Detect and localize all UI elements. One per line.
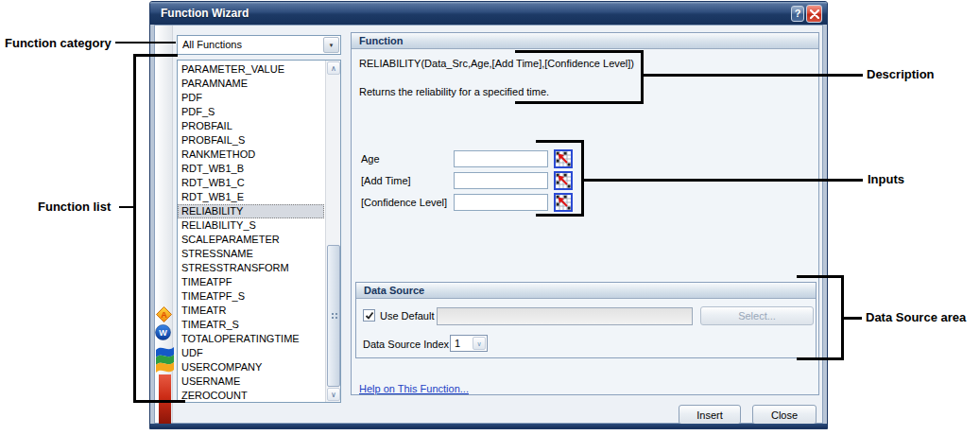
list-item[interactable]: PARAMNAME bbox=[178, 77, 324, 91]
use-default-label: Use Default bbox=[380, 310, 434, 322]
data-source-index-dropdown[interactable]: 1 ∨ bbox=[450, 335, 488, 352]
inputs-callout-line bbox=[584, 179, 863, 182]
age-label: Age bbox=[361, 153, 380, 165]
data-source-bracket-bottom bbox=[797, 357, 844, 360]
function-list-bracket-vertical bbox=[133, 54, 136, 403]
dialog-title: Function Wizard bbox=[161, 7, 249, 20]
list-item[interactable]: PARAMETER_VALUE bbox=[178, 62, 324, 77]
list-item[interactable]: PROBFAIL_S bbox=[178, 133, 324, 148]
function-list-bracket-top bbox=[136, 54, 178, 57]
add-time-label: [Add Time] bbox=[361, 175, 411, 186]
function-wizard-dialog: Function Wizard ? A W bbox=[149, 1, 828, 429]
inputs-bracket-top bbox=[536, 140, 584, 143]
list-item[interactable]: RELIABILITY_S bbox=[178, 218, 324, 233]
data-source-title: Data Source bbox=[364, 285, 424, 296]
help-icon[interactable]: ? bbox=[791, 6, 804, 22]
list-item[interactable]: TIMEATR bbox=[178, 304, 324, 318]
data-source-group: Data Source Use Default Select... Data S… bbox=[355, 282, 817, 358]
close-button[interactable]: Close bbox=[752, 405, 817, 425]
scroll-up-icon[interactable]: ∧ bbox=[327, 61, 340, 75]
list-item-selected[interactable]: RELIABILITY bbox=[178, 204, 324, 218]
function-category-annotation: Function category bbox=[5, 36, 112, 50]
list-item[interactable]: STRESSTRANSFORM bbox=[178, 261, 324, 275]
data-source-area-annotation: Data Source area bbox=[866, 310, 966, 324]
function-category-callout-line bbox=[115, 42, 176, 44]
data-source-header: Data Source bbox=[356, 283, 816, 299]
confidence-level-label: [Confidence Level] bbox=[361, 197, 447, 208]
list-item[interactable]: SCALEPARAMETER bbox=[178, 233, 324, 247]
category-value: All Functions bbox=[182, 39, 242, 50]
check-icon bbox=[365, 311, 374, 321]
data-source-callout-line bbox=[844, 317, 862, 320]
alta-logo-icon: A bbox=[156, 306, 172, 322]
function-signature: RELIABILITY(Data_Src,Age,[Add Time],[Con… bbox=[359, 58, 634, 69]
data-source-index-label: Data Source Index bbox=[363, 339, 449, 350]
cell-reference-icon[interactable] bbox=[554, 171, 573, 190]
index-value: 1 bbox=[455, 338, 460, 349]
list-item[interactable]: TIMEATPF_S bbox=[178, 289, 324, 304]
list-item[interactable]: UDF bbox=[178, 346, 324, 360]
list-item[interactable]: PDF_S bbox=[178, 105, 324, 119]
cell-reference-icon[interactable] bbox=[554, 149, 573, 168]
svg-text:A: A bbox=[161, 310, 167, 320]
brand-strip: A W bbox=[155, 26, 173, 423]
list-item[interactable]: RDT_WB1_C bbox=[178, 176, 324, 190]
inputs-bracket-bottom bbox=[536, 214, 584, 217]
list-item[interactable]: STRESSNAME bbox=[178, 247, 324, 261]
use-default-checkbox[interactable] bbox=[363, 309, 375, 322]
list-item[interactable]: PROBFAIL bbox=[178, 119, 324, 133]
function-group: Function RELIABILITY(Data_Src,Age,[Add T… bbox=[351, 32, 819, 395]
help-on-function-link[interactable]: Help on This Function... bbox=[359, 383, 469, 394]
function-list-bracket-bottom bbox=[136, 400, 185, 403]
dialog-body: A W All Functions ▼ PARAMETER_VALUE bbox=[154, 25, 823, 424]
function-list[interactable]: PARAMETER_VALUE PARAMNAME PDF PDF_S PROB… bbox=[177, 60, 341, 403]
select-button[interactable]: Select... bbox=[700, 306, 814, 325]
function-list-callout-line bbox=[119, 206, 134, 208]
function-group-header: Function bbox=[352, 33, 818, 49]
list-item[interactable]: TOTALOPERATINGTIME bbox=[178, 332, 324, 346]
reliasoft-wave-logo-icon bbox=[156, 342, 174, 374]
thumb-grip-icon bbox=[332, 313, 334, 315]
age-input[interactable] bbox=[454, 150, 548, 167]
list-item[interactable]: RANKMETHOD bbox=[178, 148, 324, 162]
add-time-input[interactable] bbox=[454, 172, 548, 189]
scroll-down-icon[interactable]: ∨ bbox=[327, 388, 340, 401]
insert-button[interactable]: Insert bbox=[679, 405, 741, 425]
cell-reference-icon[interactable] bbox=[554, 193, 573, 212]
data-source-bracket-top bbox=[797, 275, 844, 278]
list-item[interactable]: ZEROCOUNT bbox=[178, 389, 324, 403]
title-bar[interactable]: Function Wizard ? bbox=[150, 2, 827, 25]
confidence-level-input[interactable] bbox=[454, 194, 548, 211]
scrollbar-thumb[interactable] bbox=[327, 245, 340, 387]
list-item[interactable]: TIMEATR_S bbox=[178, 318, 324, 332]
function-list-annotation: Function list bbox=[38, 200, 111, 214]
svg-text:W: W bbox=[159, 328, 167, 338]
function-description: Returns the reliability for a specified … bbox=[359, 86, 549, 97]
list-item[interactable]: USERCOMPANY bbox=[178, 360, 324, 374]
list-item[interactable]: USERNAME bbox=[178, 374, 324, 389]
description-bracket-top bbox=[515, 50, 644, 53]
list-item[interactable]: RDT_WB1_E bbox=[178, 190, 324, 204]
function-group-title: Function bbox=[359, 35, 403, 46]
description-annotation: Description bbox=[867, 67, 935, 81]
inputs-annotation: Inputs bbox=[868, 172, 904, 186]
list-item[interactable]: RDT_WB1_B bbox=[178, 162, 324, 176]
default-data-source-field bbox=[437, 307, 693, 325]
function-category-dropdown[interactable]: All Functions ▼ bbox=[177, 35, 341, 55]
close-icon[interactable] bbox=[806, 5, 822, 23]
description-bracket-right bbox=[641, 50, 644, 104]
description-callout-line bbox=[644, 74, 863, 77]
weibull-logo-icon: W bbox=[155, 324, 171, 340]
chevron-down-icon[interactable]: ∨ bbox=[473, 337, 486, 350]
description-bracket-bottom bbox=[515, 101, 644, 104]
list-item[interactable]: PDF bbox=[178, 91, 324, 105]
chevron-down-icon[interactable]: ▼ bbox=[323, 37, 339, 53]
list-scrollbar[interactable]: ∧ ∨ bbox=[325, 61, 340, 402]
list-item[interactable]: TIMEATPF bbox=[178, 275, 324, 289]
